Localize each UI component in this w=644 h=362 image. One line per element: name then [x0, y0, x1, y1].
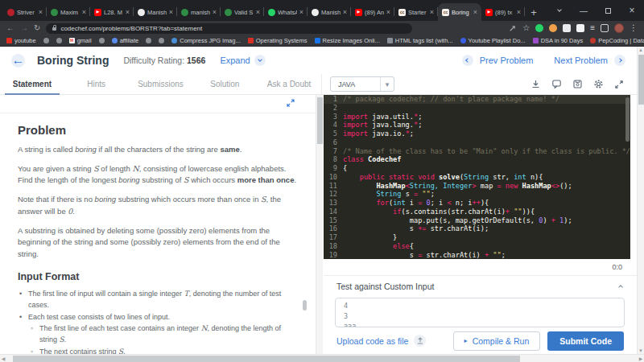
tab-close-icon[interactable]: × [169, 8, 173, 16]
next-problem-link[interactable]: Next Problem [554, 56, 608, 65]
browser-tab[interactable]: ▶L28. M× [90, 3, 134, 21]
scroll-up-arrow[interactable]: ▲ [638, 47, 644, 53]
compile-run-button[interactable]: ▸ Compile & Run [453, 331, 541, 351]
back-circle-button[interactable]: ← [11, 54, 25, 68]
tab-close-icon[interactable]: × [299, 8, 303, 16]
scroll-left-arrow[interactable]: ◀ [0, 356, 6, 361]
whatsapp-extension-icon[interactable] [535, 24, 543, 32]
tab-close-icon[interactable]: × [213, 8, 217, 16]
statement-scrollbar[interactable] [316, 95, 323, 354]
collapse-chevron-icon[interactable] [618, 285, 623, 290]
scroll-right-arrow[interactable]: ▶ [638, 356, 644, 361]
statement-scrollbar-thumb[interactable] [317, 97, 323, 144]
tab-solution[interactable]: Solution [192, 74, 257, 94]
tab-close-icon[interactable]: × [386, 8, 390, 16]
fullscreen-icon[interactable] [614, 80, 624, 89]
bookmark-item[interactable]: Compress JPG imag... [171, 37, 240, 44]
browser-tab[interactable]: Manish× [308, 3, 351, 21]
profile-avatar[interactable] [614, 23, 624, 33]
close-button[interactable]: × [620, 0, 644, 21]
code-editor[interactable]: 1/* package codechef; // don't place pac… [324, 95, 630, 259]
settings-gear-icon[interactable] [593, 79, 604, 89]
share-icon[interactable] [508, 24, 517, 33]
browser-tab[interactable]: ▶(89) An× [351, 3, 394, 21]
emoji-extension-icon[interactable] [549, 24, 557, 32]
download-icon[interactable] [530, 79, 541, 89]
more-menu-icon[interactable]: ⋮ [630, 24, 638, 32]
prev-problem-link[interactable]: Prev Problem [480, 56, 534, 65]
gh-favicon [312, 9, 319, 16]
tab-close-icon[interactable]: × [473, 8, 477, 16]
bookmark-item[interactable] [43, 38, 49, 43]
bookmark-item[interactable]: Operating Systems [248, 37, 308, 44]
prev-problem-chevron-icon[interactable] [462, 55, 473, 66]
tab-hints[interactable]: Hints [64, 74, 129, 94]
bookmark-item[interactable]: affiliate [112, 37, 139, 44]
browser-tab[interactable]: Maxim× [47, 3, 90, 21]
bookmark-item[interactable]: PepCoding | Data S... [590, 37, 644, 44]
new-tab-button[interactable]: + [525, 3, 543, 21]
upload-code-link[interactable]: Upload code as file [336, 335, 426, 347]
scroll-down-arrow[interactable]: ▼ [638, 348, 644, 354]
browser-tab[interactable]: Valid S× [221, 3, 264, 21]
custom-input-header[interactable]: Test against Custom Input [324, 276, 637, 296]
custom-input-textarea[interactable]: 43aaa [335, 298, 625, 327]
yt-favicon: ▶ [94, 9, 101, 16]
tab-close-icon[interactable]: × [430, 8, 434, 16]
tab-close-icon[interactable]: × [256, 8, 260, 16]
bookmark-item[interactable]: Youtube Playlist Do... [460, 37, 526, 44]
tab-close-icon[interactable]: × [126, 8, 130, 16]
extensions-puzzle-icon[interactable] [576, 24, 584, 32]
bookmark-item[interactable]: Resize Images Onli... [315, 37, 380, 44]
tab-close-icon[interactable]: × [517, 8, 521, 16]
tab-close-icon[interactable]: × [39, 8, 43, 16]
custom-input-scrollbar-thumb[interactable] [303, 300, 307, 311]
tab-close-icon[interactable]: × [343, 8, 347, 16]
expand-button[interactable]: Expand [220, 55, 265, 66]
save-icon[interactable] [572, 79, 583, 89]
browser-tab[interactable]: Manish× [134, 3, 177, 21]
next-problem-chevron-icon[interactable] [614, 55, 625, 66]
forward-icon[interactable]: → [20, 24, 28, 32]
playlist-icon[interactable]: ≡ [590, 24, 595, 32]
browser-tab[interactable]: manish× [177, 3, 221, 21]
reload-icon[interactable]: ↻ [34, 24, 40, 32]
bookmark-item[interactable] [56, 38, 62, 43]
bookmark-item[interactable]: HTML tags list (with... [387, 37, 453, 44]
pane-expand-icon[interactable] [287, 99, 295, 107]
browser-tab[interactable]: ▶(89) tx× [481, 3, 525, 21]
tab-submissions[interactable]: Submissions [129, 74, 193, 94]
page-horizontal-scrollbar[interactable]: ◀ ▶ [0, 354, 644, 362]
bookmark-item[interactable]: DSA in 90 Days [533, 37, 584, 44]
language-select[interactable]: JAVA ▾ [330, 76, 394, 92]
tab-statement[interactable]: Statement [0, 74, 64, 94]
browser-tab[interactable]: WhatsA× [264, 3, 308, 21]
sidebar-icon[interactable] [601, 24, 609, 32]
tab-title: WhatsA [278, 9, 297, 16]
bookmark-item[interactable]: Mgmail [69, 37, 92, 44]
back-icon[interactable]: ← [6, 24, 14, 32]
page-vertical-scrollbar[interactable]: ▲ ▼ [637, 47, 644, 354]
notes-extension-icon[interactable] [563, 24, 571, 32]
page-hscrollbar-thumb[interactable] [13, 356, 520, 362]
editor-scrollbar-thumb[interactable] [625, 97, 630, 142]
bookmark-star-icon[interactable]: ☆ [522, 24, 530, 32]
bookmark-item[interactable]: youtube [6, 37, 36, 44]
submit-code-button[interactable]: Submit Code [547, 331, 624, 351]
play-icon: ▸ [464, 337, 468, 344]
page-vscrollbar-thumb[interactable] [638, 55, 644, 105]
bookmark-item[interactable] [159, 38, 164, 43]
maximize-button[interactable] [596, 0, 620, 21]
tab-ask-a-doubt[interactable]: Ask a Doubt [257, 74, 321, 94]
problem-header: ← Boring String Difficulty Rating: 1566 … [0, 47, 637, 74]
minimize-button[interactable]: — [572, 0, 596, 21]
tab-close-icon[interactable]: × [82, 8, 86, 16]
comments-icon[interactable] [551, 79, 562, 89]
bookmark-item[interactable] [99, 38, 105, 43]
bookmark-item[interactable] [146, 38, 151, 43]
tab-search-chevron-icon[interactable] [547, 0, 572, 21]
browser-tab[interactable]: ccBoring× [438, 3, 481, 21]
browser-tab[interactable]: ccStarter× [394, 3, 438, 21]
address-bar[interactable]: codechef.com/problems/BORSTR?tab=stateme… [46, 23, 412, 34]
browser-tab[interactable]: Striver× [3, 3, 47, 21]
